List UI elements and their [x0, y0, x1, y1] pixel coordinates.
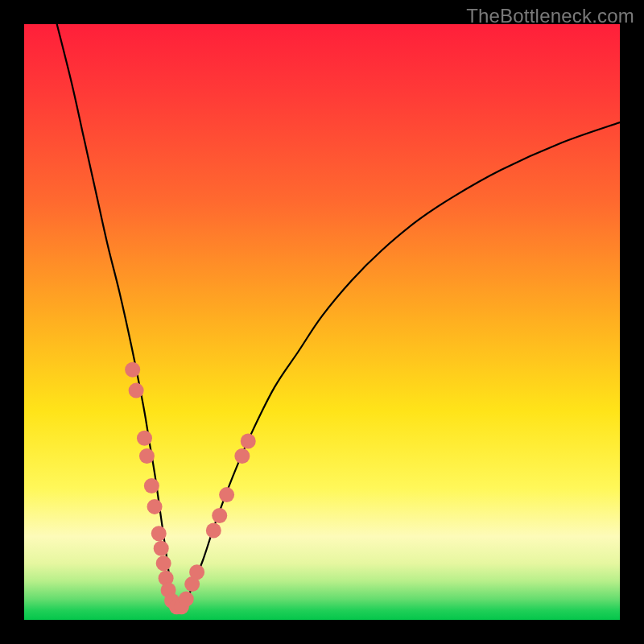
data-dot — [137, 431, 152, 446]
curve-layer — [24, 24, 620, 620]
data-dot — [154, 541, 169, 556]
watermark-text: TheBottleneck.com — [466, 5, 634, 27]
data-dot — [189, 564, 204, 580]
data-dot — [147, 499, 163, 514]
bottleneck-curve — [57, 24, 620, 610]
data-dot — [139, 448, 155, 464]
data-dot — [156, 555, 171, 571]
data-dot — [179, 592, 194, 607]
chart-frame: TheBottleneck.com — [0, 0, 644, 644]
data-dot — [219, 487, 234, 502]
data-dot — [125, 362, 140, 378]
data-dots — [125, 362, 256, 615]
data-dot — [144, 478, 159, 493]
data-dot — [212, 508, 227, 523]
data-dot — [241, 434, 256, 449]
plot-area — [24, 24, 620, 620]
data-dot — [129, 383, 144, 398]
data-dot — [206, 523, 221, 539]
data-dot — [234, 448, 250, 464]
data-dot — [151, 526, 167, 541]
